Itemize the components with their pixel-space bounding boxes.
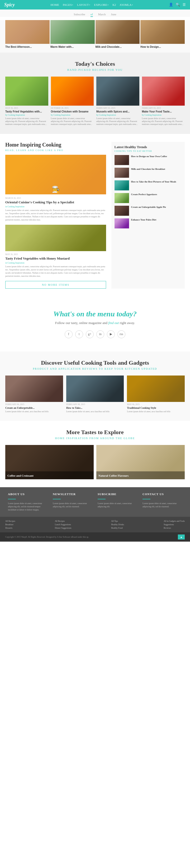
choice-meta-4: FEBRUARY 03, 2015 bbox=[142, 107, 185, 109]
nav-joomla[interactable]: JOOMLA+ bbox=[120, 3, 133, 6]
footer-link-lunch[interactable]: Lunch Suggestions bbox=[55, 523, 71, 526]
trend-item-3[interactable]: How to Take the Best Pictures of Your Me… bbox=[115, 180, 182, 190]
taste-title-1: Coffee and Croissant bbox=[7, 474, 33, 477]
trend-title-3: How to Take the Best Pictures of Your Me… bbox=[131, 180, 182, 184]
footer-main: ABOUT US Lorem ipsum dolor sit amet, con… bbox=[0, 487, 190, 517]
choice-item-3[interactable]: FEBRUARY 03, 2015 Mussels with Spices an… bbox=[96, 76, 139, 126]
tool-text-2: Lorem ipsum dolor sit amet, arcu faucibu… bbox=[66, 410, 124, 413]
tab-june[interactable]: June bbox=[111, 13, 116, 17]
tool-meta-2: FEBRUARY 08, 2015 bbox=[66, 403, 124, 406]
home-inspiring-left: Home Inspiring Cooking READ, LEARN AND C… bbox=[5, 142, 106, 289]
tab-march[interactable]: March bbox=[98, 13, 106, 17]
article1-title[interactable]: Oriental Cuisine's Cooking Tips by a Spe… bbox=[5, 200, 106, 205]
nav-home[interactable]: HOME bbox=[51, 3, 59, 6]
trend-image-5 bbox=[115, 206, 129, 216]
footer-divider-3 bbox=[98, 499, 105, 499]
footer-subscribe-title: SUBSCRIBE bbox=[98, 493, 137, 496]
tool-item-3[interactable]: MAY 06, 2015 Traditional Cooking Style L… bbox=[127, 375, 185, 413]
logo[interactable]: Spicy bbox=[4, 2, 15, 8]
choice-image-1 bbox=[5, 76, 48, 105]
trend-item-4[interactable]: Create Perfect Appetizers bbox=[115, 193, 182, 203]
featured-tabs: Subscribe of March June bbox=[0, 9, 190, 17]
tools-grid: FEBRUARY 06, 2015 Create an Unforgettabl… bbox=[5, 375, 185, 413]
nav-links: HOME PAGES+ LAYOUT+ EXPLORE+ K2 JOOMLA+ bbox=[51, 3, 133, 6]
hero-item-4[interactable]: How to Design... bbox=[140, 20, 185, 48]
footer-link-all-recipes-2[interactable]: All Recipes bbox=[55, 520, 71, 522]
tool-item-1[interactable]: FEBRUARY 06, 2015 Create an Unforgettabl… bbox=[5, 375, 63, 413]
footer-divider-2 bbox=[53, 499, 61, 499]
footer-about-text: Lorem ipsum dolor sit amet, consectetur … bbox=[8, 502, 48, 512]
nav-explore[interactable]: EXPLORE+ bbox=[94, 3, 109, 6]
linkedin-icon[interactable]: in bbox=[96, 330, 104, 338]
footer-col-about: ABOUT US Lorem ipsum dolor sit amet, con… bbox=[5, 493, 50, 512]
taste-item-2[interactable]: Natural Coffee Flavours bbox=[96, 445, 185, 479]
hero-item-1[interactable]: The Best Afternoon... bbox=[5, 20, 50, 48]
tab-of[interactable]: of bbox=[91, 13, 93, 17]
taste-title-2: Natural Coffee Flavours bbox=[98, 474, 128, 477]
nav-pages[interactable]: PAGES+ bbox=[63, 3, 73, 6]
choice-image-3 bbox=[96, 76, 139, 105]
tool-text-3: Lorem ipsum dolor sit amet, arcu faucibu… bbox=[127, 410, 185, 413]
no-more-button[interactable]: NO MORE ITEMS bbox=[5, 281, 106, 289]
tab-row: Subscribe of March June bbox=[0, 13, 190, 17]
choice-item-1[interactable]: JULY 26, 2015 Tasty Fried Vegetables wit… bbox=[5, 76, 48, 126]
whats-on-text-before: Follow our tasty, online magazine and bbox=[55, 321, 108, 325]
tab-subscribe[interactable]: Subscribe bbox=[74, 13, 85, 17]
trend-item-1[interactable]: How to Design on Your Own Coffee bbox=[115, 155, 182, 165]
more-tastes-grid: Coffee and Croissant Natural Coffee Flav… bbox=[5, 445, 185, 479]
trend-item-6[interactable]: Enhance Your Paleo Diet bbox=[115, 218, 182, 228]
trend-item-2[interactable]: Milk and Chocolate for Breakfast bbox=[115, 168, 182, 178]
more-tastes-header: More Tastes to Explore HOME INSPIRATION … bbox=[5, 429, 185, 440]
footer-link-suggestions[interactable]: Suggestions bbox=[164, 523, 185, 526]
search-icon[interactable]: 🔍 bbox=[176, 3, 180, 7]
trend-title-1: How to Design on Your Own Coffee bbox=[131, 155, 182, 158]
footer-divider-4 bbox=[142, 499, 150, 499]
whats-on-link[interactable]: find out bbox=[108, 321, 119, 325]
footer-link-all-tips[interactable]: All Tips bbox=[111, 520, 124, 522]
footer-link-healthy-drinks[interactable]: Healthy Drinks bbox=[111, 523, 124, 526]
choice-author-3: by Cooking Inspiration bbox=[96, 114, 139, 116]
trend-image-4 bbox=[115, 193, 129, 203]
taste-item-1[interactable]: Coffee and Croissant bbox=[5, 445, 94, 479]
footer-link-dinner[interactable]: Dinner Suggestions bbox=[55, 527, 71, 529]
choice-text-4: Lorem ipsum dolor sit amet, consectetur … bbox=[142, 117, 185, 126]
hero-title-1: The Best Afternoon... bbox=[5, 45, 50, 48]
youtube-icon[interactable]: ▶ bbox=[107, 330, 115, 338]
google-plus-icon[interactable]: g+ bbox=[86, 330, 94, 338]
footer-link-reviews[interactable]: Reviews bbox=[164, 527, 185, 529]
trend-item-5[interactable]: Create an Unforgettable Apple Pie bbox=[115, 206, 182, 216]
home-inspiring-image-1 bbox=[5, 155, 106, 194]
hero-grid: The Best Afternoon... Warm Water with...… bbox=[0, 20, 190, 53]
hero-image-4 bbox=[140, 20, 185, 44]
trend-text-3: How to Take the Best Pictures of Your Me… bbox=[131, 180, 182, 184]
facebook-icon[interactable]: f bbox=[65, 330, 72, 338]
twitter-icon[interactable]: t bbox=[75, 330, 83, 338]
hero-item-2[interactable]: Warm Water with... bbox=[51, 20, 95, 48]
footer-link-desserts[interactable]: Desserts bbox=[5, 527, 15, 529]
choice-title-4: Make Your Food Taste... bbox=[142, 110, 185, 113]
choices-subtitle: HAND-PICKED RECIPES FOR YOU bbox=[5, 68, 185, 71]
nav-k2[interactable]: K2 bbox=[113, 3, 116, 6]
user-icon[interactable]: 👤 bbox=[169, 3, 173, 7]
rss-icon[interactable]: rss bbox=[118, 330, 125, 338]
tool-item-2[interactable]: FEBRUARY 08, 2015 How to Take... Lorem i… bbox=[66, 375, 124, 413]
home-inspiring-section: Home Inspiring Cooking READ, LEARN AND C… bbox=[0, 134, 190, 297]
top-button[interactable]: ▲ bbox=[178, 534, 185, 539]
footer-link-gadgets[interactable]: All in Gadgets and Tools bbox=[164, 520, 185, 522]
footer-newsletter-title: NEWSLETTER bbox=[53, 493, 92, 496]
menu-icon[interactable]: ☰ bbox=[183, 3, 186, 7]
choice-item-4[interactable]: FEBRUARY 03, 2015 Make Your Food Taste..… bbox=[142, 76, 185, 126]
footer-col-contact: CONTACT US Lorem ipsum dolor sit amet, c… bbox=[140, 493, 185, 512]
nav-layout[interactable]: LAYOUT+ bbox=[77, 3, 90, 6]
taste-overlay-2: Natural Coffee Flavours bbox=[96, 471, 185, 479]
choice-meta-1: JULY 26, 2015 bbox=[5, 107, 48, 109]
footer-copyright: Copyright © 2015 Warp8. All Rights Reser… bbox=[5, 536, 89, 538]
article2-title[interactable]: Tasty Fried Vegetables with Honey Mustar… bbox=[5, 256, 106, 261]
trend-image-2 bbox=[115, 168, 129, 178]
footer-link-col-2: All Recipes Lunch Suggestions Dinner Sug… bbox=[55, 520, 71, 529]
hero-item-3[interactable]: Milk and Chocolate... bbox=[96, 20, 140, 48]
choice-item-2[interactable]: OCTOBER 28, 2015 Oriental Chicken with S… bbox=[51, 76, 94, 126]
footer-link-healthy-food[interactable]: Healthy Food bbox=[111, 527, 124, 529]
footer-link-breakfast[interactable]: Breakfast bbox=[5, 523, 15, 526]
footer-link-all-recipes-1[interactable]: All Recipes bbox=[5, 520, 15, 522]
